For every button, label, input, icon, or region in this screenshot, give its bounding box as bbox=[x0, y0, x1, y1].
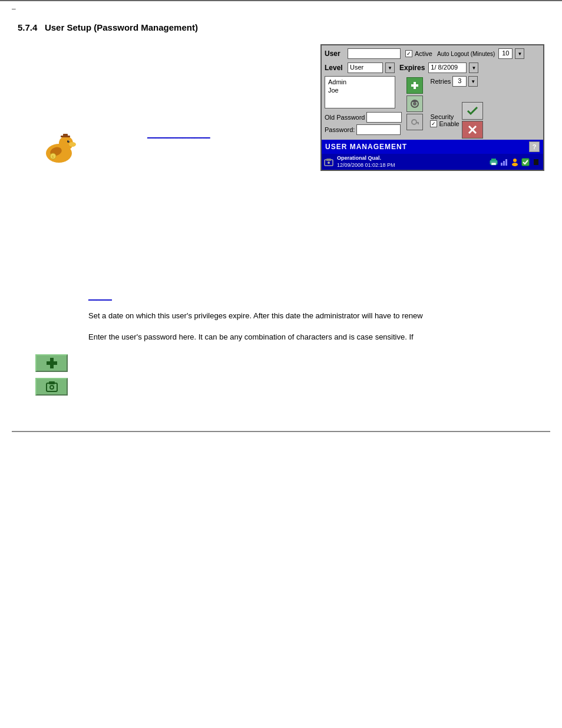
level-label: Level bbox=[325, 64, 345, 72]
auto-logout-input[interactable]: 10 bbox=[498, 48, 513, 59]
panel-title-bar: USER MANAGEMENT ? bbox=[322, 140, 543, 154]
add-user-button[interactable] bbox=[406, 77, 423, 94]
svg-rect-34 bbox=[47, 361, 57, 365]
retries-select-arrow[interactable]: ▼ bbox=[468, 76, 478, 87]
svg-point-15 bbox=[412, 120, 416, 124]
duck-icon: $ bbox=[41, 133, 77, 165]
cancel-button[interactable] bbox=[462, 121, 483, 139]
svg-rect-32 bbox=[534, 159, 538, 165]
security-enable-checkbox[interactable]: ✓ Enable bbox=[430, 120, 459, 127]
level-input[interactable]: User bbox=[348, 62, 383, 73]
text-link-bottom[interactable]: ______ bbox=[88, 292, 112, 301]
status-datetime: 12/09/2008 01:02:18 PM bbox=[337, 162, 395, 169]
svg-point-2 bbox=[69, 142, 76, 147]
auto-logout-select-arrow[interactable]: ▼ bbox=[515, 48, 524, 59]
svg-rect-24 bbox=[491, 159, 496, 161]
expires-description: Set a date on which this user's privileg… bbox=[88, 310, 544, 322]
svg-rect-21 bbox=[326, 159, 331, 161]
user-input[interactable] bbox=[348, 48, 401, 59]
ui-panel: User ✓ Active Auto Logout (Minutes) 10 ▼… bbox=[320, 44, 544, 171]
password-description: Enter the user's password here. It can b… bbox=[88, 331, 544, 343]
top-bar: – bbox=[0, 0, 562, 17]
key-button[interactable] bbox=[406, 114, 423, 130]
status-icon-green-box bbox=[521, 157, 530, 167]
add-button-large[interactable] bbox=[35, 354, 68, 372]
help-button[interactable]: ? bbox=[529, 141, 540, 152]
old-password-label: Old Password bbox=[325, 114, 365, 121]
user-label: User bbox=[325, 50, 345, 58]
svg-rect-26 bbox=[501, 163, 503, 166]
old-password-input[interactable] bbox=[366, 112, 402, 123]
svg-rect-7 bbox=[63, 134, 68, 137]
svg-rect-31 bbox=[522, 159, 529, 166]
panel-title: USER MANAGEMENT bbox=[325, 143, 407, 151]
users-listbox[interactable]: Admin Joe bbox=[325, 76, 395, 108]
retries-input[interactable]: 3 bbox=[452, 76, 467, 87]
active-checkbox[interactable]: ✓ bbox=[405, 50, 412, 57]
svg-point-30 bbox=[512, 163, 518, 166]
svg-rect-11 bbox=[411, 84, 418, 87]
password-input[interactable] bbox=[356, 124, 401, 135]
status-icon-black-sq bbox=[531, 157, 541, 167]
security-label: Security bbox=[430, 113, 454, 120]
svg-rect-25 bbox=[491, 163, 496, 165]
active-label: Active bbox=[415, 50, 432, 57]
svg-rect-16 bbox=[416, 122, 419, 123]
top-dash: – bbox=[12, 5, 16, 13]
svg-rect-27 bbox=[503, 161, 505, 166]
status-icon-person bbox=[510, 157, 520, 167]
expires-input[interactable]: 1/ 8/2009 bbox=[428, 62, 467, 73]
status-icon-bars bbox=[500, 157, 509, 167]
bottom-rule bbox=[12, 431, 550, 432]
main-content: ______ Set a date on which this user's p… bbox=[18, 292, 544, 396]
password-label: Password: bbox=[325, 126, 355, 133]
level-select-arrow[interactable]: ▼ bbox=[385, 62, 395, 73]
status-icon-printer[interactable] bbox=[489, 157, 498, 167]
svg-point-29 bbox=[513, 159, 517, 162]
refresh-button-large[interactable] bbox=[35, 378, 68, 396]
text-link-1[interactable]: ________________ bbox=[147, 130, 210, 139]
panel-status-bar: Operational Qual. 12/09/2008 01:02:18 PM bbox=[322, 154, 543, 170]
svg-rect-14 bbox=[412, 100, 417, 102]
expires-label: Expires bbox=[399, 64, 425, 72]
svg-rect-28 bbox=[505, 159, 507, 166]
user-admin[interactable]: Admin bbox=[327, 78, 393, 86]
status-icon-1 bbox=[324, 157, 333, 167]
svg-rect-37 bbox=[49, 381, 55, 384]
svg-point-4 bbox=[68, 140, 70, 141]
svg-point-13 bbox=[413, 102, 416, 106]
svg-point-38 bbox=[51, 386, 53, 388]
svg-point-22 bbox=[328, 162, 330, 164]
expires-select-arrow[interactable]: ▼ bbox=[469, 62, 478, 73]
retries-label: Retries bbox=[430, 78, 451, 85]
status-operational: Operational Qual. bbox=[337, 155, 395, 162]
svg-rect-17 bbox=[418, 123, 419, 124]
accept-button[interactable] bbox=[462, 102, 483, 120]
refresh-button[interactable] bbox=[406, 95, 423, 112]
section-title: 5.7.4 User Setup (Password Management) bbox=[18, 22, 544, 32]
user-joe[interactable]: Joe bbox=[327, 86, 393, 94]
auto-logout-label: Auto Logout (Minutes) bbox=[437, 51, 495, 57]
